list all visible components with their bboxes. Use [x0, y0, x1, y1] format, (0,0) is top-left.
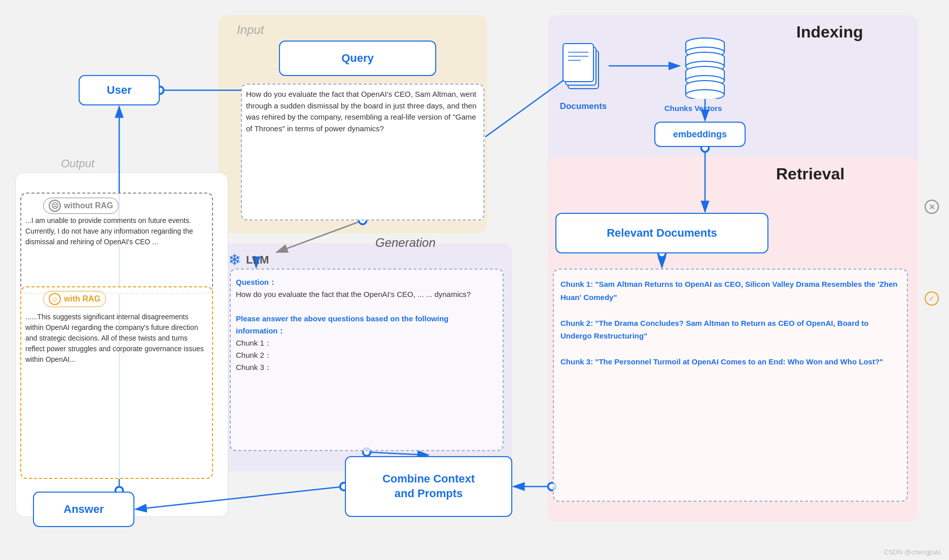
query-text: How do you evaluate the fact that OpenAI…	[246, 89, 479, 134]
with-rag-label: ☺ with RAG	[43, 291, 106, 307]
chunk1-text: Chunk 1: "Sam Altman Returns to OpenAI a…	[560, 280, 897, 302]
svg-point-25	[686, 90, 724, 99]
relevant-docs-node: Relevant Documents	[555, 213, 768, 253]
chunk2-text: Chunk 2: "The Drama Concludes? Sam Altma…	[560, 319, 868, 341]
documents-icon	[560, 38, 606, 96]
with-rag-tag: ☺ with RAG	[43, 291, 106, 307]
smile-face-icon: ☺	[49, 293, 61, 305]
instruction-text: Please answer the above questions based …	[236, 314, 448, 335]
generation-label: Generation	[375, 236, 436, 250]
chunk3-text: Chunk 3: "The Personnel Turmoil at OpenA…	[560, 357, 883, 366]
without-rag-label: ☹ without RAG	[43, 198, 119, 214]
documents-label: Documents	[558, 101, 609, 111]
svg-rect-2	[563, 44, 593, 82]
generation-prompt: Question： How do you evaluate the fact t…	[236, 276, 495, 374]
combine-context-node: Combine Contextand Prompts	[345, 456, 512, 517]
x-mark-icon: ✕	[925, 200, 939, 214]
input-label: Input	[237, 23, 264, 37]
sad-face-icon: ☹	[49, 200, 61, 212]
with-rag-text: ......This suggests significant internal…	[25, 312, 205, 365]
embeddings-node: embeddings	[654, 122, 746, 147]
without-rag-text: ...I am unable to provide comments on fu…	[25, 215, 205, 247]
indexing-label: Indexing	[796, 23, 863, 42]
answer-node: Answer	[33, 492, 134, 527]
chunk3-label: Chunk 3：	[236, 363, 272, 371]
question-text: How do you evaluate the fact that the Op…	[236, 290, 471, 298]
watermark: CSDN @chengjialu	[884, 548, 941, 556]
db-cylinder-icon	[680, 33, 730, 101]
llm-node: ❄ LLM	[228, 251, 269, 269]
query-node: Query	[279, 41, 436, 76]
retrieval-label: Retrieval	[776, 165, 845, 183]
without-rag-tag: ☹ without RAG	[43, 198, 119, 214]
output-label: Output	[61, 157, 94, 170]
question-label: Question：	[236, 278, 276, 286]
chunk2-label: Chunk 2：	[236, 351, 272, 359]
user-node: User	[79, 75, 160, 105]
chunks-vectors-label: Chunks Vectors	[664, 104, 722, 113]
check-mark-icon: ✓	[925, 291, 939, 306]
chunk1-label: Chunk 1：	[236, 339, 272, 347]
snowflake-icon: ❄	[228, 251, 241, 269]
diagram-container: Input Indexing Retrieval Generation Outp…	[0, 0, 949, 560]
chunks-content: Chunk 1: "Sam Altman Returns to OpenAI a…	[560, 278, 898, 368]
